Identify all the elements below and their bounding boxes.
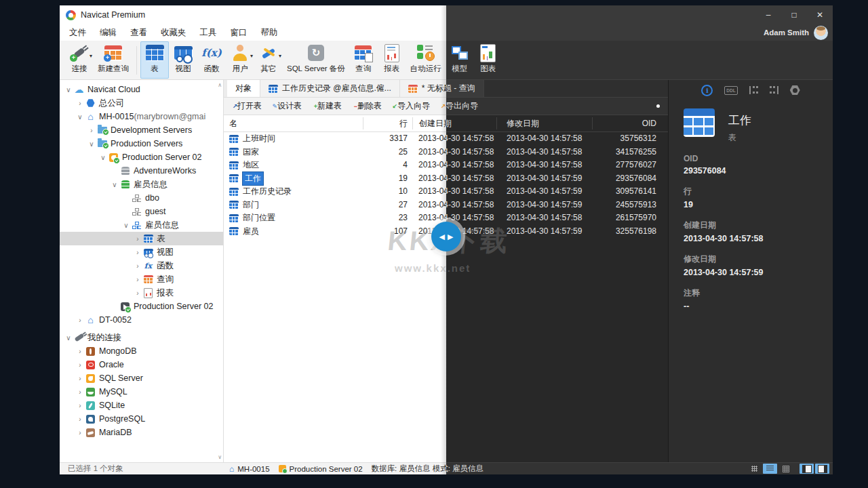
toolbar-button-report[interactable]: 报表 bbox=[378, 41, 406, 79]
menu-item-window[interactable]: 窗口 bbox=[224, 27, 254, 39]
close-button[interactable]: ✕ bbox=[807, 5, 833, 24]
expander-icon[interactable]: ∨ bbox=[121, 222, 131, 229]
tree-item-adventureworks[interactable]: AdventureWorks bbox=[60, 164, 223, 178]
tree-item-production-server-02[interactable]: ∨Production Server 02 bbox=[60, 150, 223, 164]
menu-item-help[interactable]: 帮助 bbox=[254, 27, 285, 39]
status-connection[interactable]: MH-0015 bbox=[237, 465, 269, 473]
toolbar-overflow-dot[interactable] bbox=[656, 104, 660, 108]
expander-icon[interactable]: › bbox=[87, 127, 96, 134]
list-view-button[interactable] bbox=[763, 464, 777, 474]
open-table-button[interactable]: ↗打开表 bbox=[228, 98, 268, 115]
settings-icon[interactable] bbox=[790, 85, 800, 96]
menu-item-view[interactable]: 查看 bbox=[123, 27, 154, 39]
tree-item-navicat-cloud[interactable]: ∨☁Navicat Cloud bbox=[60, 83, 223, 96]
toolbar-button-users[interactable]: ▾ 用户 bbox=[226, 41, 254, 79]
tree-item-mariadb[interactable]: ›MariaDB bbox=[60, 426, 223, 439]
toolbar-button-connection[interactable]: +▾ 连接 bbox=[65, 41, 94, 79]
tree-scrollbar[interactable]: ∧ ∨ bbox=[214, 80, 223, 462]
tree-item-headquarters[interactable]: ›总公司 bbox=[60, 96, 223, 110]
tree-item-oracle[interactable]: ›Oracle bbox=[60, 358, 223, 371]
design-table-button[interactable]: ✎设计表 bbox=[268, 98, 308, 115]
tab-objects[interactable]: 对象 bbox=[227, 80, 260, 97]
tree-item-production-server-02-local[interactable]: Production Server 02 bbox=[60, 300, 223, 313]
expander-icon[interactable]: › bbox=[75, 361, 85, 369]
column-header-oid[interactable]: OID bbox=[592, 115, 656, 131]
tree-item-sqlite[interactable]: ›SQLite bbox=[60, 399, 223, 412]
tab-work-history-table[interactable]: 工作历史记录 @雇员信息.僱... bbox=[260, 80, 400, 97]
toolbar-button-chart[interactable]: 图表 bbox=[474, 41, 502, 79]
tree-item-development-servers[interactable]: ›Development Servers bbox=[60, 123, 223, 137]
toolbar-button-views[interactable]: 视图 bbox=[169, 41, 197, 79]
column-header-rows[interactable]: 行 bbox=[363, 115, 408, 131]
expander-icon[interactable]: › bbox=[75, 348, 85, 355]
expander-icon[interactable]: › bbox=[133, 289, 142, 297]
tree-item-queries[interactable]: ›查询 bbox=[60, 272, 223, 286]
toggle-left-pane-button[interactable] bbox=[800, 464, 814, 474]
tree-item-reports[interactable]: ›报表 bbox=[60, 286, 223, 300]
theme-compare-handle[interactable]: ◀ ▶ bbox=[431, 222, 461, 251]
toggle-right-pane-button[interactable] bbox=[815, 464, 829, 474]
expander-icon[interactable]: › bbox=[133, 249, 142, 256]
menu-item-favorites[interactable]: 收藏夹 bbox=[154, 27, 193, 39]
toolbar-button-new-query[interactable]: + 新建查询 bbox=[94, 41, 133, 79]
expander-icon[interactable]: › bbox=[133, 276, 142, 283]
expander-icon[interactable]: › bbox=[75, 388, 85, 396]
account-area[interactable]: Adam Smith bbox=[764, 26, 833, 40]
dependents-icon[interactable] bbox=[770, 86, 778, 94]
expander-icon[interactable]: ∨ bbox=[110, 181, 119, 188]
toolbar-button-others[interactable]: ▾ 其它 bbox=[254, 41, 283, 79]
tree-item-mh-0015[interactable]: ∨⌂MH-0015 (marybrown@gmai bbox=[60, 110, 223, 123]
expander-icon[interactable]: › bbox=[133, 235, 142, 243]
tree-item-employee-info-db[interactable]: ∨雇员信息 bbox=[60, 178, 223, 191]
scroll-down-icon[interactable]: ∨ bbox=[218, 454, 222, 460]
menu-item-tools[interactable]: 工具 bbox=[193, 27, 224, 39]
expander-icon[interactable]: › bbox=[75, 429, 85, 436]
expander-icon[interactable]: ∨ bbox=[87, 140, 96, 148]
expander-icon[interactable]: › bbox=[75, 415, 85, 423]
new-table-button[interactable]: +新建表 bbox=[308, 98, 348, 115]
depends-on-icon[interactable] bbox=[749, 86, 758, 94]
toolbar-button-automation[interactable]: 自动运行 bbox=[406, 41, 446, 79]
delete-table-button[interactable]: −删除表 bbox=[348, 98, 388, 115]
menu-item-file[interactable]: 文件 bbox=[62, 27, 93, 39]
tree-item-production-servers[interactable]: ∨Production Servers bbox=[60, 137, 223, 150]
tree-item-mysql[interactable]: ›MySQL bbox=[60, 385, 223, 399]
toolbar-button-model[interactable]: 模型 bbox=[446, 41, 474, 79]
info-icon[interactable]: i bbox=[701, 85, 713, 96]
tree-item-guest[interactable]: guest bbox=[60, 205, 223, 218]
tree-item-views[interactable]: ›视图 bbox=[60, 245, 223, 259]
tree-item-sql-server[interactable]: ›SQL Server bbox=[60, 371, 223, 385]
expander-icon[interactable]: › bbox=[75, 317, 85, 324]
tree-item-functions[interactable]: ›fx函数 bbox=[60, 259, 223, 272]
tree-item-postgresql[interactable]: ›PostgreSQL bbox=[60, 412, 223, 426]
toolbar-button-functions[interactable]: f(x) 函数 bbox=[197, 41, 226, 79]
expander-icon[interactable]: › bbox=[133, 262, 142, 270]
expander-icon[interactable]: › bbox=[75, 375, 85, 382]
tree-item-tables[interactable]: ›表 bbox=[60, 232, 223, 245]
column-header-modified[interactable]: 修改日期 bbox=[507, 115, 539, 131]
expander-icon[interactable]: ∨ bbox=[75, 113, 85, 121]
expander-icon[interactable]: ∨ bbox=[64, 334, 73, 342]
toolbar-button-query[interactable]: 查询 bbox=[349, 41, 378, 79]
menu-item-edit[interactable]: 编辑 bbox=[93, 27, 123, 39]
expander-icon[interactable]: › bbox=[75, 402, 85, 409]
column-header-name[interactable]: 名 bbox=[229, 115, 237, 131]
tree-item-employee-info-schema[interactable]: ∨雇员信息 bbox=[60, 218, 223, 232]
tree-item-my-connections[interactable]: ∨我的连接 bbox=[60, 331, 223, 344]
toolbar-button-sqlserver-backup[interactable]: ↻ SQL Server 备份 bbox=[283, 41, 349, 79]
status-server[interactable]: Production Server 02 bbox=[290, 465, 363, 473]
tree-item-dt-0052[interactable]: ›⌂DT-0052 bbox=[60, 313, 223, 327]
expander-icon[interactable]: ∨ bbox=[64, 86, 73, 94]
tree-item-dbo[interactable]: dbo bbox=[60, 191, 223, 205]
big-icons-view-button[interactable] bbox=[747, 464, 762, 474]
scroll-up-icon[interactable]: ∧ bbox=[218, 82, 222, 88]
minimize-button[interactable]: – bbox=[755, 5, 781, 24]
expander-icon[interactable]: › bbox=[75, 100, 85, 107]
user-avatar[interactable] bbox=[814, 26, 828, 40]
maximize-button[interactable]: □ bbox=[781, 5, 807, 24]
tree-item-mongodb[interactable]: ›MongoDB bbox=[60, 344, 223, 358]
import-wizard-button[interactable]: ↙导入向导 bbox=[388, 98, 436, 115]
expander-icon[interactable]: ∨ bbox=[98, 154, 108, 161]
detail-view-button[interactable] bbox=[778, 464, 793, 474]
ddl-icon[interactable]: DDL bbox=[724, 86, 737, 95]
